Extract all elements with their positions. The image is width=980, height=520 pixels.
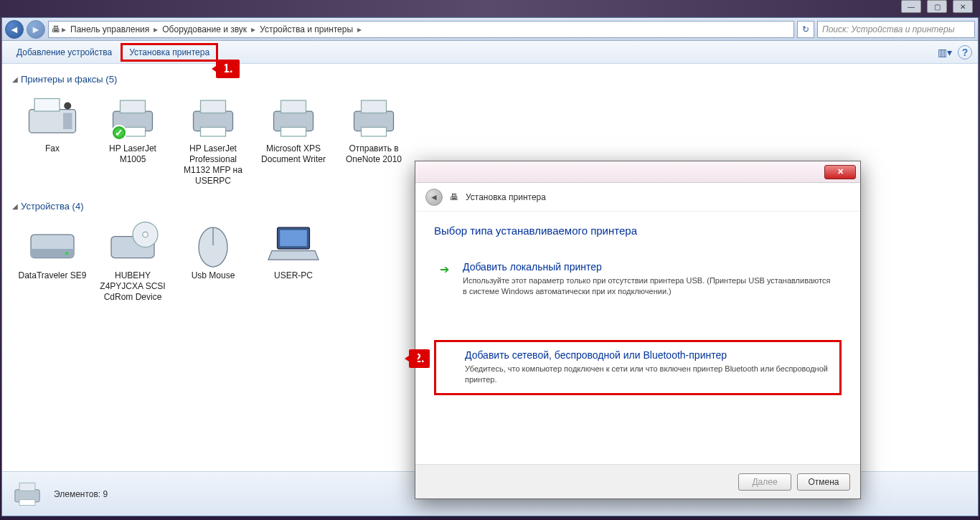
device-item[interactable]: Usb Mouse	[173, 219, 253, 306]
device-item[interactable]: Microsoft XPS Document Writer	[253, 92, 334, 189]
device-label: HP LaserJet M1005	[95, 143, 170, 165]
svg-rect-27	[19, 483, 35, 491]
svg-rect-12	[281, 128, 306, 137]
device-label: Microsoft XPS Document Writer	[256, 143, 331, 165]
svg-rect-15	[362, 128, 387, 137]
chevron-right-icon: ▸	[62, 24, 66, 34]
callout-arrow-2: 2.	[409, 349, 430, 368]
close-button[interactable]: ✕	[953, 0, 973, 13]
help-button[interactable]: ?	[958, 45, 972, 60]
device-item[interactable]: ✓HP LaserJet M1005	[93, 92, 173, 189]
view-options-button[interactable]: ▥▾	[936, 45, 953, 60]
breadcrumb-bar[interactable]: 🖶 ▸ Панель управления ▸ Оборудование и з…	[48, 21, 794, 38]
svg-rect-2	[63, 113, 72, 130]
device-label: Usb Mouse	[192, 270, 235, 281]
collapse-icon: ◢	[12, 75, 18, 83]
window-controls: — ▢ ✕	[901, 0, 973, 13]
svg-point-3	[64, 103, 71, 110]
option-title: Добавить сетевой, беспроводной или Bluet…	[465, 349, 831, 361]
option-title: Добавить локальный принтер	[463, 261, 833, 273]
device-label: HUBEHY Z4PYJCXA SCSI CdRom Device	[95, 270, 170, 303]
dialog-body: Выбор типа устанавливаемого принтера ➔ Д…	[415, 212, 860, 464]
svg-rect-9	[201, 128, 226, 137]
chevron-right-icon: ▸	[251, 24, 255, 34]
arrow-right-icon: ➔	[440, 263, 449, 276]
drive-icon	[24, 222, 81, 268]
address-bar-row: ◄ ► 🖶 ▸ Панель управления ▸ Оборудование…	[2, 18, 978, 41]
device-item[interactable]: DataTraveler SE9	[12, 219, 93, 306]
dialog-title-text: Установка принтера	[466, 192, 546, 202]
device-label: Отправить в OneNote 2010	[336, 143, 411, 165]
dialog-back-button[interactable]: ◄	[425, 189, 443, 206]
callout-arrow-1: 1.	[216, 60, 240, 78]
device-item[interactable]: Отправить в OneNote 2010	[334, 92, 414, 189]
callout-label-1: 1.	[216, 60, 240, 78]
device-item[interactable]: Fax	[12, 92, 93, 189]
next-button[interactable]: Далее	[738, 473, 791, 491]
add-printer-button[interactable]: Установка принтера	[121, 43, 218, 62]
group-title: Принтеры и факсы (5)	[21, 74, 117, 85]
folder-icon: 🖶	[52, 24, 60, 34]
device-label: Fax	[45, 143, 60, 154]
cd-icon	[104, 222, 161, 268]
status-text: Элементов: 9	[54, 489, 108, 499]
printer-icon	[265, 95, 322, 141]
svg-rect-1	[34, 99, 60, 112]
option-description: Убедитесь, что компьютер подключен к сет…	[465, 364, 831, 385]
printer-icon	[9, 478, 45, 510]
printer-icon	[345, 95, 402, 141]
laptop-icon	[265, 222, 322, 268]
dialog-close-button[interactable]: ✕	[824, 165, 856, 179]
option-local-printer[interactable]: ➔ Добавить локальный принтер Используйте…	[434, 254, 842, 306]
device-label: DataTraveler SE9	[19, 270, 87, 281]
dialog-titlebar[interactable]: ✕	[415, 161, 860, 183]
svg-point-18	[65, 252, 69, 255]
dialog-heading: Выбор типа устанавливаемого принтера	[434, 224, 842, 237]
dialog-footer: Далее Отмена	[415, 464, 860, 498]
forward-button[interactable]: ►	[27, 20, 45, 39]
svg-rect-8	[201, 100, 226, 113]
device-label: HP LaserJet Professional M1132 MFP на US…	[176, 143, 250, 186]
back-button[interactable]: ◄	[5, 20, 24, 39]
breadcrumb-item[interactable]: Панель управления	[67, 24, 152, 34]
search-input[interactable]: Поиск: Устройства и принтеры	[817, 21, 975, 38]
group-header-printers[interactable]: ◢ Принтеры и факсы (5)	[5, 70, 975, 89]
svg-rect-28	[19, 499, 35, 505]
add-device-button[interactable]: Добавление устройства	[8, 43, 121, 62]
svg-rect-11	[281, 100, 306, 113]
collapse-icon: ◢	[12, 202, 18, 210]
device-item[interactable]: HP LaserJet Professional M1132 MFP на US…	[173, 92, 253, 189]
svg-rect-14	[362, 100, 387, 113]
device-item[interactable]: HUBEHY Z4PYJCXA SCSI CdRom Device	[93, 219, 173, 306]
cancel-button[interactable]: Отмена	[797, 473, 850, 491]
group-title: Устройства (4)	[21, 201, 84, 212]
fax-icon	[24, 95, 81, 141]
add-printer-dialog: ✕ ◄ 🖶 Установка принтера Выбор типа уста…	[415, 161, 861, 499]
option-description: Используйте этот параметр только при отс…	[463, 275, 833, 297]
printer-icon	[184, 95, 242, 141]
maximize-button[interactable]: ▢	[927, 0, 947, 13]
refresh-button[interactable]: ↻	[797, 21, 814, 38]
option-network-printer[interactable]: 2. Добавить сетевой, беспроводной или Bl…	[434, 340, 842, 396]
callout-label-2: 2.	[409, 349, 430, 368]
toolbar: Добавление устройства Установка принтера…	[2, 41, 978, 64]
dialog-header: ◄ 🖶 Установка принтера	[415, 183, 860, 212]
device-label: USER-PC	[274, 270, 313, 281]
printer-icon: ✓	[104, 95, 161, 141]
svg-point-21	[143, 232, 149, 238]
printer-icon: 🖶	[450, 192, 458, 202]
svg-rect-25	[280, 230, 307, 247]
device-item[interactable]: USER-PC	[253, 219, 334, 306]
desktop-background-strip: — ▢ ✕	[0, 0, 980, 17]
default-badge-icon: ✓	[111, 125, 127, 141]
breadcrumb-item[interactable]: Устройства и принтеры	[257, 24, 356, 34]
chevron-right-icon: ▸	[357, 24, 362, 34]
minimize-button[interactable]: —	[901, 0, 921, 13]
svg-rect-5	[121, 100, 146, 113]
chevron-right-icon: ▸	[154, 24, 158, 34]
mouse-icon	[184, 222, 242, 268]
breadcrumb-item[interactable]: Оборудование и звук	[159, 24, 250, 34]
